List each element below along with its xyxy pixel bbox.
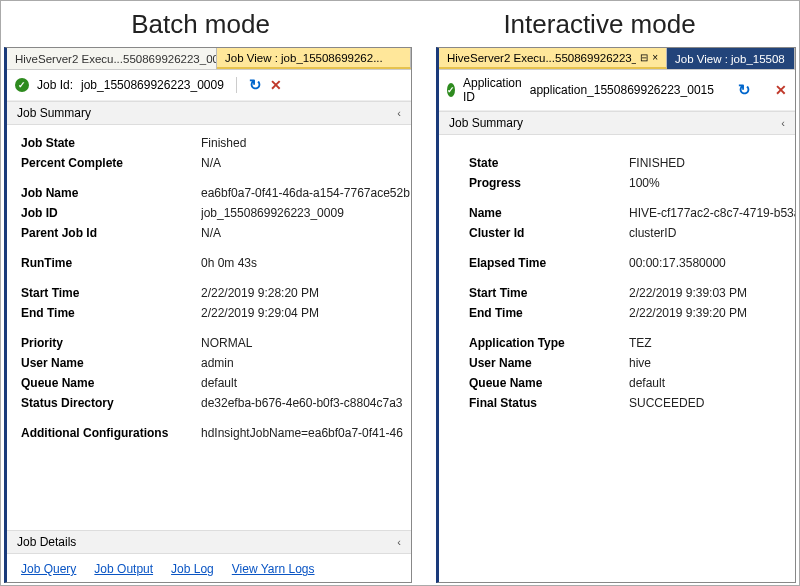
row-queue: Queue Namedefault xyxy=(21,373,411,393)
link-job-output[interactable]: Job Output xyxy=(94,562,153,576)
heading-interactive: Interactive mode xyxy=(400,9,799,40)
refresh-button[interactable]: ↻ xyxy=(249,76,262,94)
tab-jobview-label: Job View : job_15508 xyxy=(675,53,785,65)
tab-hiveserver2[interactable]: HiveServer2 Execu...550869926223_0015 ⊟ … xyxy=(439,48,667,69)
row-job-state: Job StateFinished xyxy=(21,133,411,153)
chevron-left-icon: ‹ xyxy=(781,117,785,129)
section-job-details-label: Job Details xyxy=(17,535,76,549)
batch-summary-content: Job StateFinished Percent CompleteN/A Jo… xyxy=(7,125,411,530)
interactive-tabs: HiveServer2 Execu...550869926223_0015 ⊟ … xyxy=(439,48,795,70)
row-end-time: End Time2/22/2019 9:29:04 PM xyxy=(21,303,411,323)
interactive-panel: HiveServer2 Execu...550869926223_0015 ⊟ … xyxy=(436,47,796,583)
chevron-left-icon: ‹ xyxy=(397,107,401,119)
batch-panel: HiveServer2 Execu...550869926223_0015 Jo… xyxy=(4,47,412,583)
success-icon: ✓ xyxy=(447,83,455,97)
success-icon: ✓ xyxy=(15,78,29,92)
close-tab-icon[interactable]: × xyxy=(652,52,658,63)
batch-footer-links: Job Query Job Output Job Log View Yarn L… xyxy=(7,554,411,582)
section-job-details[interactable]: Job Details ‹ xyxy=(7,530,411,554)
tab-jobview-label: Job View : job_15508699262... xyxy=(225,52,383,64)
row-cluster: Cluster IdclusterID xyxy=(469,223,795,243)
refresh-button[interactable]: ↻ xyxy=(738,81,751,99)
row-queue: Queue Namedefault xyxy=(469,373,795,393)
row-state: StateFINISHED xyxy=(469,153,795,173)
row-additional-conf: Additional ConfigurationshdInsightJobNam… xyxy=(21,423,411,443)
batch-toolbar: ✓ Job Id: job_1550869926223_0009 ↻ ✕ xyxy=(7,70,411,101)
row-status-dir: Status Directoryde32efba-b676-4e60-b0f3-… xyxy=(21,393,411,413)
link-job-log[interactable]: Job Log xyxy=(171,562,214,576)
row-elapsed: Elapsed Time00:00:17.3580000 xyxy=(469,253,795,273)
job-id-label: Job Id: xyxy=(37,78,73,92)
tab-jobview[interactable]: Job View : job_15508 xyxy=(667,48,795,69)
tab-hiveserver2-label: HiveServer2 Execu...550869926223_0015 xyxy=(447,52,636,64)
interactive-toolbar: ✓ Application ID application_15508699262… xyxy=(439,70,795,111)
row-start-time: Start Time2/22/2019 9:39:03 PM xyxy=(469,283,795,303)
row-job-name: Job Nameea6bf0a7-0f41-46da-a154-7767ace5… xyxy=(21,183,411,203)
row-parent-job: Parent Job IdN/A xyxy=(21,223,411,243)
section-job-summary-label: Job Summary xyxy=(17,106,91,120)
app-id-value: application_1550869926223_0015 xyxy=(530,83,714,97)
close-button[interactable]: ✕ xyxy=(775,82,787,98)
app-id-label: Application ID xyxy=(463,76,522,104)
section-job-summary-label: Job Summary xyxy=(449,116,523,130)
job-id-value: job_1550869926223_0009 xyxy=(81,78,224,92)
mode-headings: Batch mode Interactive mode xyxy=(1,1,799,47)
chevron-left-icon: ‹ xyxy=(397,536,401,548)
tab-hiveserver2[interactable]: HiveServer2 Execu...550869926223_0015 xyxy=(7,48,217,69)
section-job-summary[interactable]: Job Summary ‹ xyxy=(439,111,795,135)
tab-jobview[interactable]: Job View : job_15508699262... xyxy=(217,48,411,69)
close-button[interactable]: ✕ xyxy=(270,77,282,93)
separator xyxy=(236,77,237,93)
tab-hiveserver2-label: HiveServer2 Execu...550869926223_0015 xyxy=(15,53,217,65)
row-name: NameHIVE-cf177ac2-c8c7-4719-b53a-d xyxy=(469,203,795,223)
row-app-type: Application TypeTEZ xyxy=(469,333,795,353)
row-runtime: RunTime0h 0m 43s xyxy=(21,253,411,273)
row-priority: PriorityNORMAL xyxy=(21,333,411,353)
row-user: User Nameadmin xyxy=(21,353,411,373)
link-yarn-logs[interactable]: View Yarn Logs xyxy=(232,562,315,576)
row-final-status: Final StatusSUCCEEDED xyxy=(469,393,795,413)
row-progress: Progress100% xyxy=(469,173,795,193)
interactive-summary-content: StateFINISHED Progress100% NameHIVE-cf17… xyxy=(439,135,795,582)
section-job-summary[interactable]: Job Summary ‹ xyxy=(7,101,411,125)
row-start-time: Start Time2/22/2019 9:28:20 PM xyxy=(21,283,411,303)
heading-batch: Batch mode xyxy=(1,9,400,40)
row-job-id: Job IDjob_1550869926223_0009 xyxy=(21,203,411,223)
pin-icon[interactable]: ⊟ xyxy=(640,52,648,63)
batch-tabs: HiveServer2 Execu...550869926223_0015 Jo… xyxy=(7,48,411,70)
link-job-query[interactable]: Job Query xyxy=(21,562,76,576)
row-percent: Percent CompleteN/A xyxy=(21,153,411,173)
row-user: User Namehive xyxy=(469,353,795,373)
row-end-time: End Time2/22/2019 9:39:20 PM xyxy=(469,303,795,323)
